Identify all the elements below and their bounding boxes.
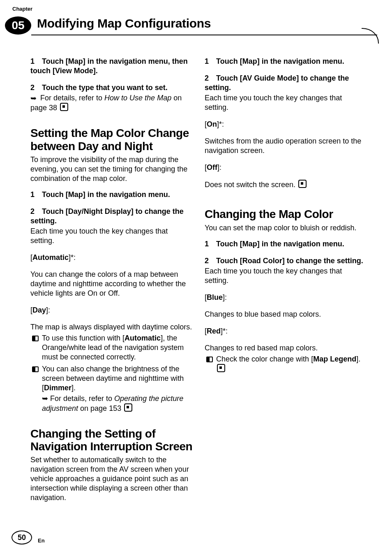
chapter-number-badge: 05 [5,16,31,35]
option-desc: You can change the colors of a map betwe… [30,270,193,298]
option-desc: Changes to blue based map colors. [205,310,367,319]
crossref-arrow-icon: ➥ [30,94,37,102]
section-end-icon [124,403,132,412]
note-list: To use this function with [Automatic], t… [30,334,193,413]
list-item: To use this function with [Automatic], t… [42,334,193,362]
chapter-label: Chapter [12,6,32,12]
left-column: 1 Touch [Map] in the navigation menu, th… [30,57,193,523]
section-lead: To improve the visibility of the map dur… [30,155,193,183]
option-label: [Automatic]*: [30,253,193,262]
body-columns: 1 Touch [Map] in the navigation menu, th… [30,57,367,523]
section-end-icon [217,364,225,372]
footer-language: En [38,537,45,544]
option-label: [Off]: [205,163,367,172]
step-text: 2 Touch [Day/Night Display] to change th… [30,207,193,226]
step-text: 2 Touch the type that you want to set. [30,83,193,93]
note-bold: Dimmer [44,384,71,392]
crossref-text: For details, refer to [50,394,114,403]
note-text: To use this function with [ [42,334,125,342]
section-heading: Setting the Map Color Change between Day… [30,127,193,153]
page-number: 50 [12,531,32,544]
step-text: 2 Touch [AV Guide Mode] to change the se… [205,74,367,93]
section-heading: Changing the Map Color [205,208,367,220]
chapter-title-rule [31,35,377,35]
option-desc: The map is always displayed with daytime… [30,322,193,332]
option-label: [Red]*: [205,327,367,336]
step-text: 1 Touch [Map] in the navigation menu. [205,239,367,249]
section-end-icon [298,180,307,188]
section-lead: Set whether to automatically switch to t… [30,455,193,503]
list-item: You can also change the brightness of th… [42,364,193,413]
step-text: 1 Touch [Map] in the navigation menu. [30,190,193,199]
body-text: Each time you touch the key changes that… [205,266,367,285]
page-footer: 50 En [12,531,45,544]
note-bold: Map Legend [313,355,356,363]
option-desc: Does not switch the screen. [205,180,367,190]
note-bold: Automatic [125,334,161,342]
crossref-text: on page 153 [78,404,121,412]
step-text: 2 Touch [Road Color] to change the setti… [205,256,367,266]
chapter-header: Chapter 05 Modifying Map Configurations [0,14,392,38]
step-text: 1 Touch [Map] in the navigation menu, th… [30,57,193,76]
body-text: Each time you touch the key changes that… [205,93,367,112]
chapter-title: Modifying Map Configurations [37,16,211,30]
option-label: [On]*: [205,120,367,129]
section-end-icon [60,103,68,111]
option-label: [Blue]: [205,293,367,302]
note-text: ]. [71,384,76,392]
detail-crossref: ➥ For details, refer to Operating the pi… [42,394,193,413]
step-text: 1 Touch [Map] in the navigation menu. [205,57,367,66]
note-text: ]. [356,355,360,363]
option-label: [Day]: [30,306,193,315]
list-item: Check the color change with [Map Legend]… [216,354,367,374]
crossref-emph: How to Use the Map [104,94,171,102]
option-desc: Switches from the audio operation screen… [205,137,367,155]
note-list: Check the color change with [Map Legend]… [205,354,367,374]
option-desc: Changes to red based map colors. [205,343,367,353]
right-column: 1 Touch [Map] in the navigation menu. 2 … [205,57,367,523]
crossref-arrow-icon: ➥ [42,394,48,403]
section-lead: You can set the map color to bluish or r… [205,223,367,233]
section-heading: Changing the Setting of Navigation Inter… [30,427,193,453]
detail-crossref: ➥ For details, refer to How to Use the M… [30,93,193,113]
note-text: Check the color change with [ [216,355,313,363]
crossref-text: For details, refer to [40,94,104,102]
body-text: Each time you touch the key changes that… [30,227,193,246]
